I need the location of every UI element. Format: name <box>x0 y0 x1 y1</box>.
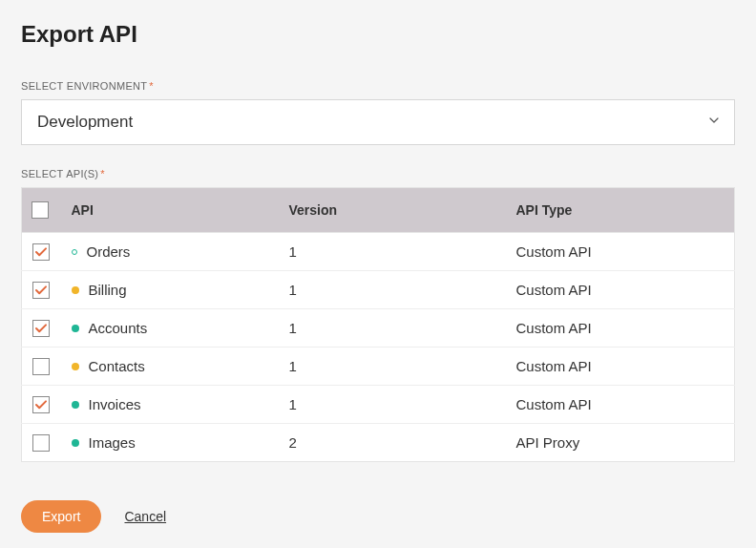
status-dot-icon <box>72 249 77 255</box>
row-checkbox[interactable] <box>32 320 50 337</box>
api-name: Invoices <box>89 396 141 412</box>
status-dot-icon <box>72 439 79 447</box>
select-all-checkbox[interactable] <box>32 201 49 219</box>
table-row: Billing1Custom API <box>22 271 735 309</box>
api-type: Custom API <box>505 309 735 348</box>
api-name: Images <box>89 434 136 451</box>
apis-table: API Version API Type Orders1Custom APIBi… <box>21 187 735 462</box>
api-version: 1 <box>278 309 505 348</box>
header-api: API <box>60 188 278 233</box>
required-asterisk: * <box>100 168 105 179</box>
api-type: Custom API <box>505 233 735 271</box>
environment-value: Development <box>37 113 133 132</box>
page-title: Export API <box>21 21 735 48</box>
status-dot-icon <box>72 325 79 332</box>
table-row: Contacts1Custom API <box>22 348 735 386</box>
status-dot-icon <box>72 363 79 370</box>
api-version: 2 <box>278 424 505 462</box>
api-type: Custom API <box>505 386 735 424</box>
row-checkbox[interactable] <box>32 396 50 413</box>
api-name: Billing <box>89 282 127 298</box>
api-version: 1 <box>278 386 505 424</box>
row-checkbox[interactable] <box>32 243 50 261</box>
table-row: Orders1Custom API <box>22 233 735 271</box>
table-row: Invoices1Custom API <box>22 386 735 424</box>
api-type: Custom API <box>505 348 735 386</box>
cancel-button[interactable]: Cancel <box>124 509 166 524</box>
required-asterisk: * <box>149 80 154 92</box>
api-name: Orders <box>87 243 131 260</box>
header-version: Version <box>278 188 505 233</box>
apis-label: SELECT API(S)* <box>21 168 735 179</box>
api-name: Accounts <box>89 320 148 336</box>
export-button[interactable]: Export <box>21 500 101 533</box>
table-row: Images2API Proxy <box>22 424 735 462</box>
status-dot-icon <box>72 286 79 294</box>
status-dot-icon <box>72 401 79 409</box>
row-checkbox[interactable] <box>32 358 50 375</box>
api-version: 1 <box>278 348 505 386</box>
api-type: Custom API <box>505 271 735 309</box>
api-version: 1 <box>278 233 505 271</box>
environment-label: SELECT ENVIRONMENT* <box>21 80 735 92</box>
header-type: API Type <box>505 188 735 233</box>
chevron-down-icon <box>709 117 719 127</box>
action-bar: Export Cancel <box>21 500 735 533</box>
api-version: 1 <box>278 271 505 309</box>
table-row: Accounts1Custom API <box>22 309 735 348</box>
environment-select[interactable]: Development <box>21 99 735 145</box>
api-name: Contacts <box>89 358 145 374</box>
row-checkbox[interactable] <box>32 434 50 452</box>
row-checkbox[interactable] <box>32 282 50 299</box>
api-type: API Proxy <box>505 424 735 462</box>
